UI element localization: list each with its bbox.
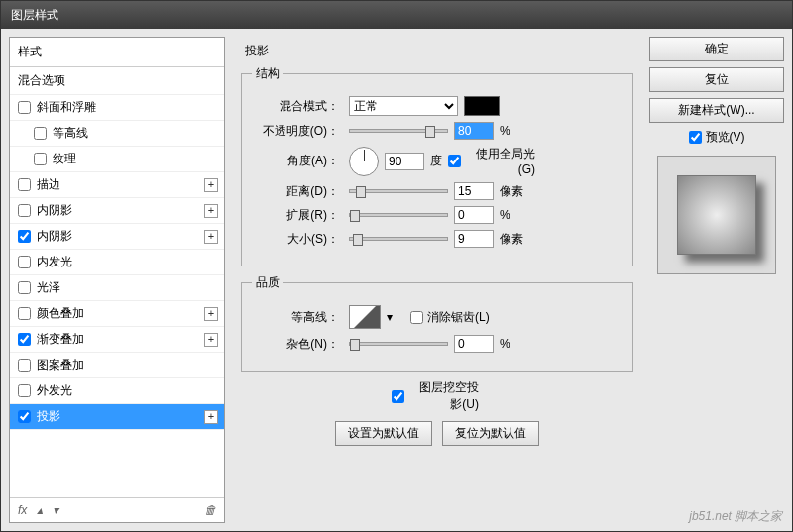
style-item-checkbox[interactable] xyxy=(18,101,31,114)
noise-slider[interactable] xyxy=(349,342,448,346)
angle-dial[interactable] xyxy=(349,147,379,176)
size-row: 大小(S)： 像素 xyxy=(252,230,623,248)
noise-label: 杂色(N)： xyxy=(252,336,339,353)
style-item-checkbox[interactable] xyxy=(18,204,31,217)
distance-label: 距离(D)： xyxy=(252,183,339,200)
noise-input[interactable] xyxy=(454,335,494,353)
preview-checkbox[interactable]: 预览(V) xyxy=(649,129,784,146)
style-item-checkbox[interactable] xyxy=(18,410,31,423)
effect-settings-panel: 投影 结构 混合模式： 正常 不透明度(O)： % 角度(A)： xyxy=(231,37,643,523)
add-effect-icon[interactable]: + xyxy=(204,178,218,192)
effect-title: 投影 xyxy=(245,43,633,59)
structure-group: 结构 混合模式： 正常 不透明度(O)： % 角度(A)： 度 xyxy=(241,65,633,266)
style-item-checkbox[interactable] xyxy=(18,230,31,243)
style-item-label: 渐变叠加 xyxy=(37,331,84,348)
size-unit: 像素 xyxy=(500,231,523,248)
titlebar[interactable]: 图层样式 xyxy=(1,1,792,29)
window-title: 图层样式 xyxy=(11,7,58,23)
fx-menu-button[interactable]: fx xyxy=(18,503,27,517)
style-item-label: 颜色叠加 xyxy=(37,305,84,322)
add-effect-icon[interactable]: + xyxy=(204,410,218,424)
add-effect-icon[interactable]: + xyxy=(204,333,218,347)
ok-button[interactable]: 确定 xyxy=(649,37,784,61)
knockout-row: 图层挖空投影(U) xyxy=(241,379,633,413)
style-item-checkbox[interactable] xyxy=(18,333,31,346)
style-item-checkbox[interactable] xyxy=(18,178,31,191)
move-up-icon[interactable]: ▴ xyxy=(37,503,43,517)
style-item-checkbox[interactable] xyxy=(34,153,47,165)
style-item-checkbox[interactable] xyxy=(18,359,31,372)
style-item-checkbox[interactable] xyxy=(18,256,31,268)
style-item-label: 内发光 xyxy=(37,254,72,270)
contour-picker[interactable] xyxy=(349,305,381,329)
cancel-button[interactable]: 复位 xyxy=(649,67,784,92)
style-item[interactable]: 光泽 xyxy=(10,275,224,301)
contour-row: 等高线： ▾ 消除锯齿(L) xyxy=(252,305,623,329)
contour-label: 等高线： xyxy=(252,309,339,326)
default-buttons-row: 设置为默认值 复位为默认值 xyxy=(241,421,633,446)
style-item-label: 纹理 xyxy=(53,151,76,167)
style-item[interactable]: 等高线 xyxy=(10,121,224,147)
reset-default-button[interactable]: 复位为默认值 xyxy=(442,421,539,446)
size-label: 大小(S)： xyxy=(252,231,339,248)
opacity-input[interactable] xyxy=(454,122,494,140)
style-item-label: 内阴影 xyxy=(37,202,72,219)
blend-options-item[interactable]: 混合选项 xyxy=(10,67,224,95)
quality-legend: 品质 xyxy=(252,274,283,291)
spread-row: 扩展(R)： % xyxy=(252,206,623,224)
style-item[interactable]: 投影+ xyxy=(10,404,224,430)
style-item-checkbox[interactable] xyxy=(18,307,31,320)
quality-group: 品质 等高线： ▾ 消除锯齿(L) 杂色(N)： % xyxy=(241,274,633,372)
style-item[interactable]: 图案叠加 xyxy=(10,353,224,378)
add-effect-icon[interactable]: + xyxy=(204,307,218,321)
move-down-icon[interactable]: ▾ xyxy=(53,503,58,517)
add-effect-icon[interactable]: + xyxy=(204,230,218,244)
distance-input[interactable] xyxy=(454,182,494,200)
opacity-label: 不透明度(O)： xyxy=(252,123,339,140)
preview-thumbnail xyxy=(677,175,756,255)
opacity-unit: % xyxy=(500,124,510,138)
size-slider[interactable] xyxy=(349,237,448,241)
style-item[interactable]: 内发光 xyxy=(10,250,224,275)
layer-style-dialog: 图层样式 样式 混合选项 斜面和浮雕等高线纹理描边+内阴影+内阴影+内发光光泽颜… xyxy=(0,0,793,532)
style-item[interactable]: 纹理 xyxy=(10,147,224,172)
distance-row: 距离(D)： 像素 xyxy=(252,182,623,200)
style-item-checkbox[interactable] xyxy=(18,384,31,397)
spread-input[interactable] xyxy=(454,206,494,224)
noise-unit: % xyxy=(500,337,510,351)
effects-list: 斜面和浮雕等高线纹理描边+内阴影+内阴影+内发光光泽颜色叠加+渐变叠加+图案叠加… xyxy=(10,95,224,497)
spread-slider[interactable] xyxy=(349,213,448,217)
contour-dropdown-icon[interactable]: ▾ xyxy=(387,310,393,324)
antialias-checkbox[interactable]: 消除锯齿(L) xyxy=(410,309,498,326)
knockout-checkbox[interactable]: 图层挖空投影(U) xyxy=(392,379,479,413)
trash-icon[interactable]: 🗑 xyxy=(204,503,216,517)
style-item[interactable]: 渐变叠加+ xyxy=(10,327,224,353)
style-item-label: 光泽 xyxy=(37,279,60,296)
spread-label: 扩展(R)： xyxy=(252,207,339,224)
opacity-slider[interactable] xyxy=(349,129,448,133)
style-item-label: 投影 xyxy=(37,408,60,425)
style-item[interactable]: 描边+ xyxy=(10,172,224,198)
styles-footer: fx ▴ ▾ 🗑 xyxy=(10,497,224,522)
styles-header[interactable]: 样式 xyxy=(10,38,224,67)
style-item[interactable]: 内阴影+ xyxy=(10,224,224,250)
shadow-color-swatch[interactable] xyxy=(464,96,500,116)
style-item[interactable]: 内阴影+ xyxy=(10,198,224,224)
angle-label: 角度(A)： xyxy=(252,153,339,169)
new-style-button[interactable]: 新建样式(W)... xyxy=(649,98,784,123)
blend-mode-select[interactable]: 正常 xyxy=(349,96,458,116)
style-item-checkbox[interactable] xyxy=(18,281,31,294)
angle-input[interactable] xyxy=(385,153,424,170)
distance-slider[interactable] xyxy=(349,189,448,193)
style-item[interactable]: 外发光 xyxy=(10,378,224,404)
spread-unit: % xyxy=(500,208,510,222)
make-default-button[interactable]: 设置为默认值 xyxy=(335,421,432,446)
style-item-label: 描边 xyxy=(37,176,60,193)
style-item[interactable]: 颜色叠加+ xyxy=(10,301,224,327)
global-light-checkbox[interactable]: 使用全局光(G) xyxy=(448,146,535,176)
style-item[interactable]: 斜面和浮雕 xyxy=(10,95,224,121)
size-input[interactable] xyxy=(454,230,494,248)
blend-mode-row: 混合模式： 正常 xyxy=(252,96,623,116)
style-item-checkbox[interactable] xyxy=(34,127,47,140)
add-effect-icon[interactable]: + xyxy=(204,204,218,218)
